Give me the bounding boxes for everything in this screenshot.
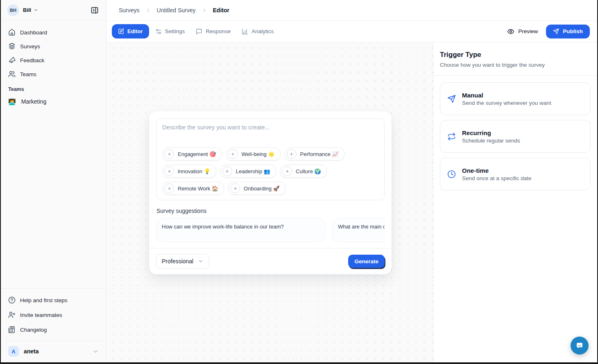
layers-icon (8, 43, 16, 50)
chevron-right-icon (145, 7, 151, 13)
breadcrumb: Surveys Untitled Survey Editor (106, 0, 597, 21)
breadcrumb-editor: Editor (213, 7, 229, 14)
tag-label: Innovation 💡 (178, 168, 211, 174)
tone-select[interactable]: Professional (156, 254, 209, 269)
trigger-option-manual[interactable]: Manual Send the survey whenever you want (440, 82, 591, 115)
chat-launcher-button[interactable] (571, 337, 589, 355)
team-name: Marketing (21, 98, 46, 105)
plus-icon (164, 183, 174, 193)
message-square-icon (196, 28, 202, 35)
trigger-panel-title: Trigger Type (440, 51, 591, 59)
tab-editor[interactable]: Editor (112, 24, 149, 38)
sidebar-item-feedback[interactable]: Feedback (5, 53, 102, 67)
home-icon (8, 29, 16, 36)
workspace-name[interactable]: Bill (23, 7, 31, 13)
chat-bubble-icon (575, 341, 584, 350)
breadcrumb-surveys[interactable]: Surveys (119, 7, 140, 14)
panel-toggle-icon (91, 6, 99, 14)
trigger-panel-subtitle: Choose how you want to trigger the surve… (440, 62, 591, 68)
newspaper-icon (8, 326, 16, 333)
sidebar-item-changelog[interactable]: Changelog (5, 322, 102, 337)
tag-onboarding[interactable]: Onboarding 🚀 (228, 182, 285, 195)
team-emoji: 🧑‍💻 (8, 99, 16, 105)
sidebar-footer: Help and first steps Invite teammates Ch… (1, 288, 106, 362)
survey-description-input[interactable] (162, 124, 378, 147)
users-icon (8, 70, 16, 78)
survey-suggestions-title: Survey suggestions (156, 208, 384, 214)
trigger-panel-header: Trigger Type Choose how you want to trig… (433, 42, 597, 76)
tag-well-being[interactable]: Well-being 🌟 (226, 147, 281, 161)
sidebar-item-label: Dashboard (20, 29, 47, 36)
sidebar-item-label: Feedback (20, 57, 44, 63)
tag-label: Culture 🌍 (296, 168, 321, 174)
plus-icon (222, 166, 232, 176)
trigger-option-one-time[interactable]: One-time Send once at a specific date (440, 158, 591, 190)
sidebar: BH Bill Dashboard Surv (1, 0, 106, 362)
breadcrumb-untitled-survey[interactable]: Untitled Survey (157, 7, 196, 14)
tag-engagement[interactable]: Engagement 🎯 (162, 147, 222, 161)
tag-leadership[interactable]: Leadership 👥 (220, 165, 276, 178)
repeat-icon (447, 132, 456, 141)
user-name: aneta (24, 348, 39, 355)
app-window: BH Bill Dashboard Surv (1, 0, 597, 362)
composer-footer: Professional Generate (149, 248, 392, 274)
trigger-option-text: Manual Send the survey whenever you want (462, 92, 551, 106)
sidebar-item-label: Invite teammates (20, 312, 62, 318)
sidebar-item-invite[interactable]: Invite teammates (5, 307, 102, 322)
preview-button[interactable]: Preview (507, 28, 538, 35)
tab-analytics[interactable]: Analytics (237, 24, 279, 38)
workspace-avatar: BH (7, 5, 19, 16)
workspace-header: BH Bill (1, 0, 106, 20)
trigger-option-recurring[interactable]: Recurring Schedule regular sends (440, 120, 591, 153)
sidebar-item-teams[interactable]: Teams (5, 67, 102, 81)
suggestion-card[interactable]: What are the main ob (332, 218, 385, 242)
trigger-option-desc: Send the survey whenever you want (462, 100, 551, 106)
send-icon (553, 28, 559, 34)
editor-canvas[interactable]: Engagement 🎯 Well-being 🌟 Performance 📈 (106, 42, 433, 362)
sliders-icon (155, 28, 162, 35)
help-circle-icon (8, 296, 16, 304)
editor-toolbar: Editor Settings Response Analytics (106, 21, 597, 42)
tab-response[interactable]: Response (191, 24, 236, 38)
sidebar-toggle-button[interactable] (89, 5, 100, 16)
trigger-option-text: Recurring Schedule regular sends (462, 129, 520, 144)
tab-label: Analytics (251, 28, 274, 34)
tag-remote-work[interactable]: Remote Work 🏠 (162, 182, 224, 195)
sidebar-item-label: Surveys (20, 43, 40, 50)
plus-icon (287, 149, 297, 159)
user-menu[interactable]: A aneta (5, 341, 102, 362)
publish-button[interactable]: Publish (546, 25, 590, 38)
tab-label: Response (206, 28, 231, 34)
trigger-option-desc: Send once at a specific date (462, 175, 532, 181)
content-row: Engagement 🎯 Well-being 🌟 Performance 📈 (106, 42, 597, 362)
tag-label: Onboarding 🚀 (244, 185, 280, 192)
topic-tags: Engagement 🎯 Well-being 🌟 Performance 📈 (162, 147, 378, 195)
generate-button[interactable]: Generate (348, 255, 385, 268)
tab-settings[interactable]: Settings (150, 24, 190, 38)
sidebar-item-help[interactable]: Help and first steps (5, 293, 102, 307)
trigger-option-text: One-time Send once at a specific date (462, 167, 532, 181)
tag-innovation[interactable]: Innovation 💡 (162, 165, 216, 178)
tag-label: Performance 📈 (300, 151, 339, 157)
publish-label: Publish (563, 28, 583, 34)
sidebar-team-marketing[interactable]: 🧑‍💻 Marketing (5, 95, 102, 108)
plus-icon (164, 149, 174, 159)
survey-suggestions-row: How can we improve work-life balance in … (156, 218, 385, 242)
trigger-option-title: Manual (462, 92, 551, 99)
suggestion-card[interactable]: How can we improve work-life balance in … (156, 218, 325, 242)
eye-icon (507, 28, 514, 35)
trigger-option-desc: Schedule regular sends (462, 138, 520, 144)
sidebar-item-surveys[interactable]: Surveys (5, 39, 102, 53)
trigger-option-title: One-time (462, 167, 532, 174)
trigger-options: Manual Send the survey whenever you want… (433, 76, 597, 197)
trigger-type-panel: Trigger Type Choose how you want to trig… (433, 42, 597, 362)
chevron-down-icon (198, 258, 204, 264)
tag-label: Engagement 🎯 (178, 151, 216, 157)
tab-label: Settings (165, 28, 185, 34)
main-area: Surveys Untitled Survey Editor Editor (106, 0, 597, 362)
tag-performance[interactable]: Performance 📈 (285, 147, 344, 161)
tag-culture[interactable]: Culture 🌍 (280, 165, 327, 178)
chevron-right-icon (202, 7, 207, 13)
sidebar-nav: Dashboard Surveys Feedback Teams (1, 20, 106, 81)
sidebar-item-dashboard[interactable]: Dashboard (5, 25, 102, 39)
